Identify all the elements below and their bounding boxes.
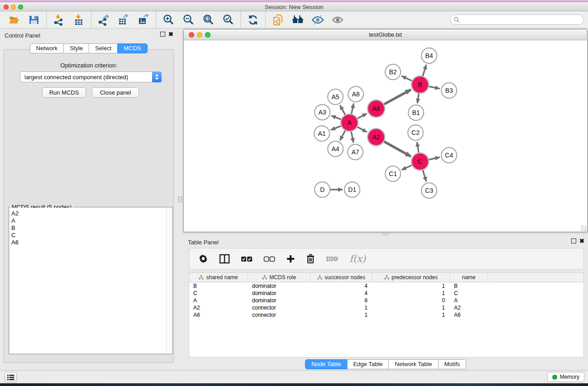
zoom-fit-icon[interactable]: [202, 14, 215, 26]
column-header-successor-nodes[interactable]: successor nodes: [311, 273, 373, 282]
table-cell[interactable]: 0: [373, 297, 450, 304]
table-cell[interactable]: A: [450, 297, 488, 304]
graph-node-B2[interactable]: B2: [385, 64, 401, 80]
table-cell[interactable]: 8: [311, 297, 373, 304]
graph-edge-C-C1[interactable]: [402, 165, 412, 170]
column-header-MCDS-role[interactable]: MCDS role: [248, 273, 311, 282]
table-row[interactable]: Adominator80A: [189, 297, 583, 304]
deselect-all-icon[interactable]: [263, 255, 275, 262]
result-scrollbar[interactable]: [166, 208, 172, 353]
graph-edge-A-A6[interactable]: [358, 114, 367, 119]
table-cell[interactable]: dominator: [248, 282, 311, 290]
close-panel-icon[interactable]: ✖: [168, 32, 173, 37]
graph-node-C[interactable]: C: [411, 153, 429, 170]
graph-node-D[interactable]: D: [315, 182, 330, 197]
graph-edge-B-B2[interactable]: [402, 76, 412, 81]
export-network-icon[interactable]: [97, 14, 110, 26]
table-row[interactable]: A6connector11A6: [189, 311, 583, 319]
run-mcds-button[interactable]: Run MCDS: [42, 87, 86, 98]
table-cell[interactable]: A6: [189, 311, 248, 319]
memory-button[interactable]: Memory: [547, 372, 584, 382]
export-image-icon[interactable]: [137, 14, 150, 26]
task-history-button[interactable]: [5, 372, 17, 382]
float-panel-icon[interactable]: [160, 32, 165, 37]
graph-edge-A-A2[interactable]: [358, 127, 367, 132]
graph-node-B[interactable]: B: [411, 76, 429, 93]
table-row[interactable]: Cdominator41C: [189, 290, 583, 297]
tab-node-table[interactable]: Node Table: [305, 359, 348, 369]
table-cell[interactable]: B: [450, 282, 488, 290]
result-item[interactable]: C: [11, 232, 164, 239]
tab-motifs[interactable]: Motifs: [438, 359, 466, 369]
graph-node-A8[interactable]: A8: [348, 86, 363, 102]
graph-node-D1[interactable]: D1: [344, 182, 360, 197]
mcds-result-list[interactable]: A2ABCA6: [10, 208, 166, 353]
table-cell[interactable]: A2: [450, 304, 488, 311]
close-table-panel-icon[interactable]: ✖: [579, 238, 584, 243]
search-input[interactable]: [450, 14, 584, 25]
table-cell[interactable]: B: [189, 282, 248, 290]
table-cell[interactable]: 4: [311, 282, 373, 290]
table-cell[interactable]: dominator: [248, 297, 311, 304]
graph-node-C4[interactable]: C4: [441, 148, 457, 163]
graph-edge-B-B3[interactable]: [429, 86, 440, 89]
table-cell[interactable]: connector: [248, 304, 311, 311]
window-resize-grip-icon[interactable]: [581, 225, 587, 231]
graph-edge-A2-C[interactable]: [384, 142, 411, 157]
open-session-icon[interactable]: [8, 14, 20, 26]
graph-edge-A-A7[interactable]: [351, 132, 354, 143]
graph-node-A6[interactable]: A6: [368, 100, 385, 117]
tab-style[interactable]: Style: [63, 43, 89, 53]
graph-edge-C-C2[interactable]: [417, 142, 419, 152]
split-columns-icon[interactable]: [219, 254, 230, 264]
table-row[interactable]: A2connector11A2: [189, 304, 583, 311]
graph-node-A4[interactable]: A4: [328, 141, 343, 157]
hide-panel-eye-slash-icon[interactable]: [311, 14, 324, 26]
table-cell[interactable]: 1: [373, 311, 450, 319]
delete-column-icon[interactable]: [306, 254, 315, 264]
table-row[interactable]: Bdominator41B: [189, 282, 583, 290]
zoom-out-icon[interactable]: [182, 14, 195, 26]
graph-node-C3[interactable]: C3: [421, 183, 437, 198]
table-cell[interactable]: A6: [450, 311, 488, 319]
float-table-panel-icon[interactable]: [571, 238, 576, 243]
import-table-icon[interactable]: [72, 14, 85, 26]
result-item[interactable]: A6: [11, 239, 164, 246]
tab-select[interactable]: Select: [89, 43, 118, 53]
table-cell[interactable]: 1: [373, 282, 450, 290]
graph-edge-B-B4[interactable]: [423, 65, 426, 76]
tab-network-table[interactable]: Network Table: [388, 359, 438, 369]
graph-node-A[interactable]: A: [341, 114, 358, 131]
export-table-icon[interactable]: [117, 14, 130, 26]
column-header-name[interactable]: name: [450, 273, 488, 282]
home-icon[interactable]: [292, 14, 304, 26]
save-session-icon[interactable]: [28, 14, 40, 26]
table-cell[interactable]: 1: [373, 290, 450, 297]
network-graph[interactable]: B4B2BB3A5A8A6B1A3AC2A1A2A4A7C4CC1C3DD1: [184, 41, 587, 232]
table-cell[interactable]: dominator: [248, 290, 311, 297]
graph-node-C2[interactable]: C2: [408, 125, 423, 140]
table-cell[interactable]: 1: [311, 311, 373, 319]
vertical-split-divider[interactable]: [177, 29, 183, 370]
vertical-divider-handle[interactable]: [178, 196, 182, 202]
table-cell[interactable]: A2: [189, 304, 248, 311]
import-network-icon[interactable]: [53, 14, 65, 26]
graph-node-B3[interactable]: B3: [441, 83, 457, 98]
graph-node-A2[interactable]: A2: [368, 129, 385, 146]
table-cell[interactable]: A: [189, 297, 248, 304]
graph-node-A5[interactable]: A5: [328, 89, 343, 105]
table-cell[interactable]: connector: [248, 311, 311, 319]
graph-edge-A-A5[interactable]: [340, 105, 345, 114]
network-window-titlebar[interactable]: testGlobe.txt: [184, 29, 587, 40]
graph-node-A3[interactable]: A3: [315, 105, 330, 120]
table-cell[interactable]: C: [189, 290, 248, 297]
table-cell[interactable]: C: [450, 290, 488, 297]
zoom-selected-icon[interactable]: [222, 14, 234, 26]
horizontal-divider-handle[interactable]: [382, 233, 388, 235]
graph-edge-B-B1[interactable]: [417, 94, 419, 103]
graph-edge-A-A1[interactable]: [331, 126, 341, 130]
close-panel-button[interactable]: Close panel: [92, 87, 139, 98]
network-canvas[interactable]: B4B2BB3A5A8A6B1A3AC2A1A2A4A7C4CC1C3DD1: [184, 41, 587, 232]
gear-icon[interactable]: [198, 254, 208, 264]
column-header-shared-name[interactable]: shared name: [189, 273, 248, 282]
